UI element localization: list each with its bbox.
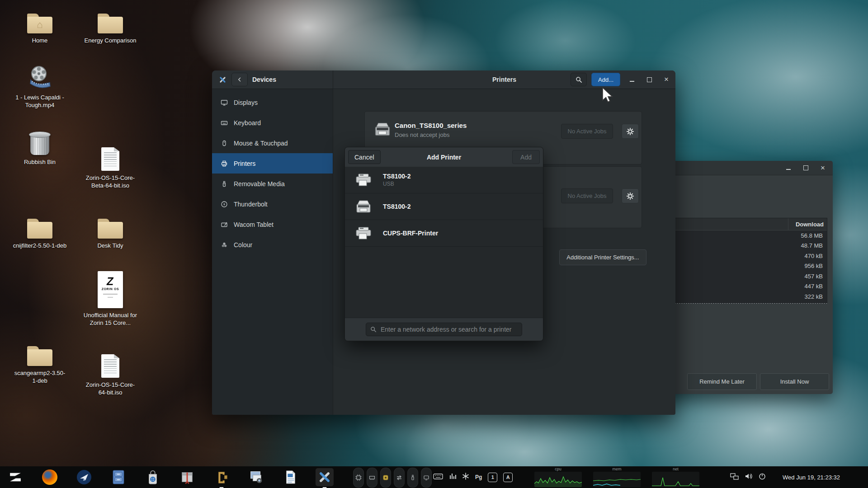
install-now-button[interactable]: Install Now: [760, 373, 829, 390]
desktop-icon-label: Rubbish Bin: [24, 158, 56, 166]
settings-app-icon: [218, 75, 227, 84]
printer-inkjet-icon: [355, 225, 372, 241]
remind-me-later-button[interactable]: Remind Me Later: [687, 373, 757, 390]
printer-list-item[interactable]: CUPS-BRF-Printer: [345, 220, 543, 247]
tray-a-indicator[interactable]: A: [503, 473, 513, 482]
sidebar-item-label: Thunderbolt: [234, 201, 268, 208]
zorin-logo-letter: Z: [106, 275, 115, 287]
cpu-monitor-label: cpu: [555, 467, 561, 472]
firefox-launcher[interactable]: [41, 468, 59, 486]
mail-launcher[interactable]: [75, 468, 93, 486]
printer-settings-button[interactable]: [622, 188, 639, 203]
desktop-icon-home[interactable]: Home: [10, 14, 69, 44]
desktop-icon-rubbish-bin[interactable]: Rubbish Bin: [10, 132, 69, 166]
manual-document-icon: Z ZORIN OS: [98, 271, 123, 308]
no-active-jobs-button[interactable]: No Active Jobs: [561, 188, 613, 203]
download-size: 956 kB: [805, 263, 823, 269]
software-store-launcher[interactable]: [144, 468, 162, 486]
home-folder-icon: [27, 14, 52, 33]
desktop-icon-label: 1 - Lewis Capaldi - Tough.mp4: [12, 94, 67, 109]
folder-icon: [27, 346, 52, 366]
sidebar-item-keyboard[interactable]: Keyboard: [212, 113, 333, 133]
thunderbolt-icon: [221, 201, 228, 208]
volume-icon[interactable]: [745, 473, 753, 482]
archive-manager-launcher[interactable]: [178, 468, 196, 486]
firefox-icon: [42, 469, 57, 485]
download-size: 56.8 MB: [801, 232, 823, 239]
sidebar-item-wacom-tablet[interactable]: Wacom Tablet: [212, 214, 333, 235]
clock[interactable]: Wed Jun 19, 21:23:32: [783, 474, 840, 481]
sidebar-item-thunderbolt[interactable]: Thunderbolt: [212, 194, 333, 214]
sidebar-item-printers[interactable]: Printers: [212, 153, 333, 174]
chevron-left-icon: [237, 77, 242, 82]
tray-workspace-1-indicator[interactable]: 1: [488, 473, 497, 482]
cancel-button[interactable]: Cancel: [348, 150, 381, 164]
sidebar-item-label: Displays: [234, 99, 258, 106]
settings-launcher-active[interactable]: [316, 468, 334, 486]
folder-icon: [98, 219, 123, 239]
add-button-disabled[interactable]: Add: [512, 150, 540, 164]
folder-icon: [98, 14, 123, 33]
memory-monitor[interactable]: mem: [593, 467, 641, 487]
tray-pg-indicator[interactable]: Pg: [475, 474, 482, 480]
tray-display-icon[interactable]: [421, 468, 432, 488]
clamp-tool-icon: [214, 469, 229, 485]
memory-graph: [593, 472, 641, 487]
back-button[interactable]: [231, 73, 248, 86]
desktop-icon-zorin-beta-iso[interactable]: Zorin-OS-15-Core-Beta-64-bit.iso: [81, 147, 140, 189]
minimize-icon[interactable]: [628, 76, 636, 83]
files-launcher[interactable]: [109, 468, 127, 486]
desktop-icon-manual[interactable]: Z ZORIN OS Unofficial Manual for Zorin 1…: [81, 271, 140, 327]
tray-sensor-icon[interactable]: [380, 468, 391, 488]
desktop-icon-cnijfilter[interactable]: cnijfilter2-5.50-1-deb: [10, 219, 69, 249]
tray-keyboard-indicator-icon[interactable]: [433, 473, 443, 482]
settings-headerbar: Devices Printers Add... ×: [212, 70, 675, 89]
mouse-cursor: [602, 87, 613, 104]
download-column-header[interactable]: Download: [788, 218, 827, 230]
printer-list-item[interactable]: TS8100-2 USB: [345, 167, 543, 193]
usb-stick-icon: [221, 180, 228, 188]
tray-cpu-chip-icon[interactable]: [353, 468, 364, 488]
close-icon[interactable]: ×: [663, 76, 670, 83]
maximize-icon[interactable]: [802, 164, 809, 172]
network-monitor[interactable]: net: [652, 467, 699, 487]
taskbar: Pg 1 A cpu mem net: [0, 466, 868, 488]
desktop-icon-scangearmp[interactable]: scangearmp2-3.50-1-deb: [10, 346, 69, 385]
screenshot-tool-launcher[interactable]: [247, 468, 265, 486]
desktop-icon-video[interactable]: 1 - Lewis Capaldi - Tough.mp4: [10, 64, 69, 109]
maximize-icon[interactable]: [646, 76, 653, 83]
no-active-jobs-button[interactable]: No Active Jobs: [561, 124, 613, 139]
cpu-monitor[interactable]: cpu: [534, 467, 582, 487]
printer-search-field[interactable]: [366, 323, 522, 336]
close-icon[interactable]: ×: [819, 164, 826, 172]
printer-settings-button[interactable]: [622, 124, 639, 139]
tray-ram-icon[interactable]: [367, 468, 377, 488]
printer-mfp-icon: [355, 198, 372, 215]
sidebar-item-mouse-touchpad[interactable]: Mouse & Touchpad: [212, 133, 333, 153]
desktop-icon-energy-comparison[interactable]: Energy Comparison: [81, 14, 140, 44]
printer-list-item[interactable]: TS8100-2: [345, 193, 543, 220]
tray-equalizer-icon[interactable]: [449, 473, 456, 482]
desktop-icon-desk-tidy[interactable]: Desk Tidy: [81, 219, 140, 249]
updater-tool-launcher[interactable]: [212, 468, 231, 486]
minimize-icon[interactable]: [785, 164, 792, 172]
sidebar-item-displays[interactable]: Displays: [212, 92, 333, 113]
sidebar-item-removable-media[interactable]: Removable Media: [212, 174, 333, 194]
tray-usb-icon[interactable]: [407, 468, 418, 488]
sidebar-item-colour[interactable]: Colour: [212, 235, 333, 255]
printer-search-input[interactable]: [380, 325, 518, 333]
libreoffice-writer-launcher[interactable]: [281, 468, 299, 486]
download-size: 48.7 MB: [801, 242, 823, 249]
tray-network-arrows-icon[interactable]: [394, 468, 405, 488]
tablet-pen-icon: [221, 221, 228, 228]
search-button[interactable]: [571, 73, 587, 86]
tray-snowflake-icon[interactable]: [462, 473, 469, 482]
add-printer-header-button[interactable]: Add...: [591, 73, 620, 86]
zorin-menu-button[interactable]: [6, 468, 24, 486]
desktop-icon-zorin-iso[interactable]: Zorin-OS-15-Core-64-bit.iso: [81, 354, 140, 396]
additional-printer-settings-button[interactable]: Additional Printer Settings...: [559, 249, 646, 265]
settings-sidebar: Displays Keyboard Mouse & Touchpad Print…: [212, 89, 333, 415]
power-icon[interactable]: [759, 473, 766, 482]
document-icon: [101, 147, 119, 171]
network-status-icon[interactable]: [730, 473, 739, 482]
